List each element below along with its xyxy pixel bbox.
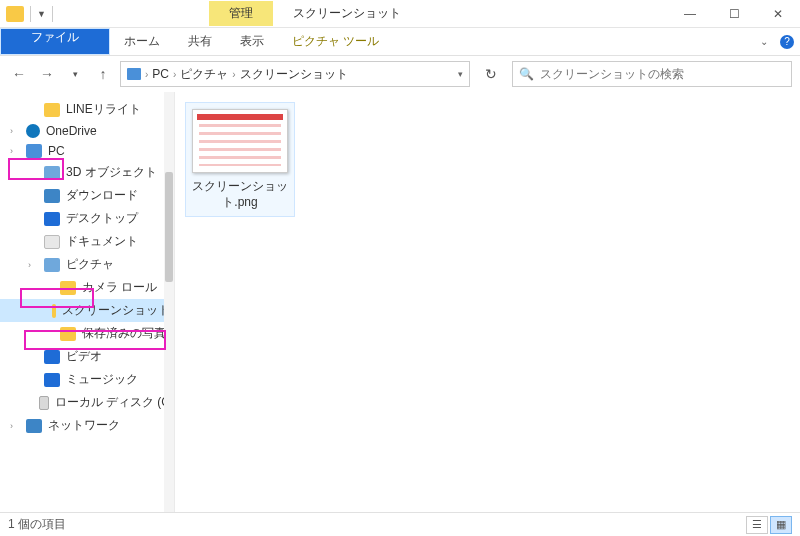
pc-icon: [26, 144, 42, 158]
close-button[interactable]: ✕: [756, 0, 800, 28]
tab-share[interactable]: 共有: [174, 28, 226, 55]
search-box[interactable]: 🔍: [512, 61, 792, 87]
tree-item[interactable]: デスクトップ: [0, 207, 174, 230]
navigation-tree[interactable]: LINEリライト›OneDrive›PC3D オブジェクトダウンロードデスクトッ…: [0, 92, 175, 512]
qat-dropdown-icon[interactable]: ▼: [37, 9, 46, 19]
tree-item[interactable]: ローカル ディスク (C: [0, 391, 174, 414]
tree-item-label: ピクチャ: [66, 256, 114, 273]
tree-item[interactable]: LINEリライト: [0, 98, 174, 121]
scrollbar-track[interactable]: [164, 92, 174, 512]
tree-item[interactable]: ダウンロード: [0, 184, 174, 207]
address-dropdown-icon[interactable]: ▾: [458, 69, 463, 79]
tree-item[interactable]: カメラ ロール: [0, 276, 174, 299]
file-name: スクリーンショット.png: [192, 179, 288, 210]
tree-item-label: カメラ ロール: [82, 279, 157, 296]
scrollbar-thumb[interactable]: [165, 172, 173, 282]
ribbon-expand-icon[interactable]: ⌄: [754, 28, 774, 55]
folder-icon: [60, 327, 76, 341]
folder-icon: [52, 304, 56, 318]
breadcrumb-pictures[interactable]: ピクチャ: [180, 66, 228, 83]
tab-home[interactable]: ホーム: [110, 28, 174, 55]
chevron-right-icon: ›: [232, 69, 235, 80]
file-item[interactable]: スクリーンショット.png: [185, 102, 295, 217]
window-title: スクリーンショット: [293, 5, 401, 22]
onedrive-icon: [26, 124, 40, 138]
separator: [52, 6, 53, 22]
titlebar: ▼ 管理 スクリーンショット — ☐ ✕: [0, 0, 800, 28]
pic-icon: [44, 258, 60, 272]
separator: [30, 6, 31, 22]
view-details-button[interactable]: ☰: [746, 516, 768, 534]
tree-item-label: ダウンロード: [66, 187, 138, 204]
tree-item[interactable]: ›OneDrive: [0, 121, 174, 141]
context-tab-manage[interactable]: 管理: [209, 1, 273, 26]
doc-icon: [44, 235, 60, 249]
chevron-right-icon: ›: [145, 69, 148, 80]
tab-view[interactable]: 表示: [226, 28, 278, 55]
folder-icon: [6, 6, 24, 22]
forward-button[interactable]: →: [36, 63, 58, 85]
tree-item[interactable]: ›PC: [0, 141, 174, 161]
status-bar: 1 個の項目 ☰ ▦: [0, 512, 800, 536]
dl-icon: [44, 189, 60, 203]
vid-icon: [44, 350, 60, 364]
up-button[interactable]: ↑: [92, 63, 114, 85]
help-icon: ?: [780, 35, 794, 49]
tree-item[interactable]: ドキュメント: [0, 230, 174, 253]
tree-item-label: ドキュメント: [66, 233, 138, 250]
mus-icon: [44, 373, 60, 387]
content-pane[interactable]: スクリーンショット.png: [175, 92, 800, 512]
tree-item[interactable]: ›ネットワーク: [0, 414, 174, 437]
body: LINEリライト›OneDrive›PC3D オブジェクトダウンロードデスクトッ…: [0, 92, 800, 512]
tree-item-label: LINEリライト: [66, 101, 141, 118]
recent-dropdown-icon[interactable]: ▾: [64, 63, 86, 85]
tree-item[interactable]: ›ピクチャ: [0, 253, 174, 276]
status-count: 1 個の項目: [8, 516, 66, 533]
back-button[interactable]: ←: [8, 63, 30, 85]
navigation-row: ← → ▾ ↑ › PC › ピクチャ › スクリーンショット ▾ ↻ 🔍: [0, 56, 800, 92]
tab-picture-tools[interactable]: ピクチャ ツール: [278, 28, 393, 55]
minimize-button[interactable]: —: [668, 0, 712, 28]
disk-icon: [39, 396, 48, 410]
help-button[interactable]: ?: [774, 28, 800, 55]
pc-icon: [127, 68, 141, 80]
tree-item-label: スクリーンショット: [62, 302, 170, 319]
folder-icon: [44, 103, 60, 117]
search-input[interactable]: [540, 67, 785, 81]
net-icon: [26, 419, 42, 433]
chevron-right-icon: ›: [173, 69, 176, 80]
tree-item-label: ミュージック: [66, 371, 138, 388]
tab-file[interactable]: ファイル: [0, 28, 110, 55]
breadcrumb-pc[interactable]: PC: [152, 67, 169, 81]
obj-icon: [44, 166, 60, 180]
breadcrumb-screenshots[interactable]: スクリーンショット: [240, 66, 348, 83]
ribbon-tabs: ファイル ホーム 共有 表示 ピクチャ ツール ⌄ ?: [0, 28, 800, 56]
chevron-icon[interactable]: ›: [10, 146, 20, 156]
tree-item-label: OneDrive: [46, 124, 97, 138]
maximize-button[interactable]: ☐: [712, 0, 756, 28]
tree-item-label: PC: [48, 144, 65, 158]
desk-icon: [44, 212, 60, 226]
file-thumbnail: [192, 109, 288, 173]
tree-item-label: ネットワーク: [48, 417, 120, 434]
tree-item[interactable]: 保存済みの写真: [0, 322, 174, 345]
tree-item[interactable]: ミュージック: [0, 368, 174, 391]
chevron-icon[interactable]: ›: [10, 421, 20, 431]
address-bar[interactable]: › PC › ピクチャ › スクリーンショット ▾: [120, 61, 470, 87]
view-icons-button[interactable]: ▦: [770, 516, 792, 534]
chevron-icon[interactable]: ›: [28, 260, 38, 270]
folder-icon: [60, 281, 76, 295]
tree-item[interactable]: ビデオ: [0, 345, 174, 368]
tree-item[interactable]: 3D オブジェクト: [0, 161, 174, 184]
tree-item-label: ローカル ディスク (C: [55, 394, 170, 411]
chevron-icon[interactable]: ›: [10, 126, 20, 136]
tree-item-label: デスクトップ: [66, 210, 138, 227]
window-buttons: — ☐ ✕: [668, 0, 800, 28]
refresh-button[interactable]: ↻: [476, 61, 506, 87]
tree-item-label: ビデオ: [66, 348, 102, 365]
tree-item[interactable]: スクリーンショット: [0, 299, 174, 322]
search-icon: 🔍: [519, 67, 534, 81]
quick-access-toolbar: ▼: [0, 6, 59, 22]
view-mode-buttons: ☰ ▦: [746, 516, 792, 534]
tree-item-label: 3D オブジェクト: [66, 164, 157, 181]
